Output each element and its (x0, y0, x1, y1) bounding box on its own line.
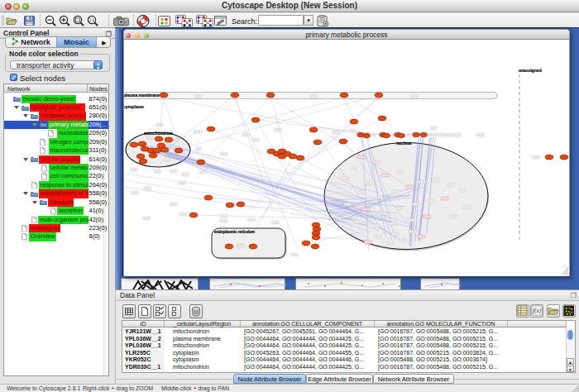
svg-text:nucleus: nucleus (396, 141, 412, 146)
svg-text:endoplasmic reticulum: endoplasmic reticulum (214, 230, 255, 234)
svg-text:1:1: 1:1 (89, 18, 95, 22)
svg-text:mitochondrion: mitochondrion (144, 131, 173, 136)
svg-text:plasma membrane: plasma membrane (124, 93, 160, 98)
svg-text:cytoplasm: cytoplasm (124, 104, 144, 109)
svg-text:unassigned: unassigned (519, 68, 542, 73)
svg-text:f(x): f(x) (533, 307, 542, 314)
